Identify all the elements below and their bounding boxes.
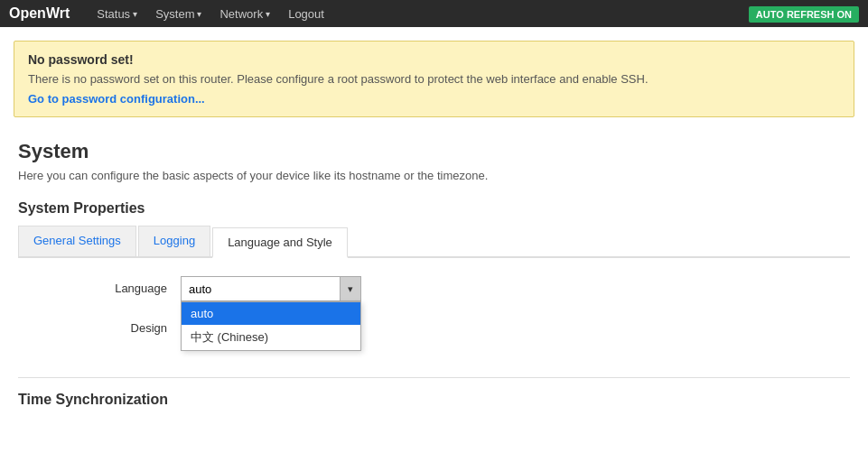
time-sync-title: Time Synchronization [18,392,850,408]
section-divider [18,377,850,378]
language-select-wrap: auto 中文 (Chinese) ▾ auto 中文 (Chinese) [181,276,361,301]
brand-logo[interactable]: OpenWrt [9,5,70,22]
nav-network-link[interactable]: Network ▾ [210,0,279,27]
main-content: System Here you can configure the basic … [0,131,868,426]
nav-system-arrow: ▾ [197,9,201,19]
tab-language-style-label: Language and Style [228,236,332,249]
auto-refresh-area: AUTO REFRESH ON [749,6,859,21]
tab-logging[interactable]: Logging [138,226,210,256]
nav-logout[interactable]: Logout [279,0,333,27]
auto-refresh-badge: AUTO REFRESH ON [749,6,859,23]
nav-status[interactable]: Status ▾ [88,0,146,27]
nav-status-link[interactable]: Status ▾ [88,0,146,27]
tab-language-style[interactable]: Language and Style [212,227,348,258]
navbar: OpenWrt Status ▾ System ▾ Network ▾ Logo… [0,0,868,27]
nav-logout-label: Logout [288,7,324,21]
dropdown-option-auto[interactable]: auto [182,302,360,325]
nav-logout-link[interactable]: Logout [279,0,333,27]
language-label: Language [18,276,181,295]
warning-link[interactable]: Go to password configuration... [28,92,205,106]
language-select[interactable]: auto 中文 (Chinese) [181,276,361,301]
language-row: Language auto 中文 (Chinese) ▾ auto 中文 (Ch… [18,276,850,301]
design-label: Design [18,316,181,335]
time-sync-section: Time Synchronization [18,377,850,408]
nav-system-link[interactable]: System ▾ [146,0,210,27]
design-row: Design Bootstrap ▾ [18,316,850,341]
system-properties-title: System Properties [18,200,850,217]
language-dropdown-list: auto 中文 (Chinese) [181,301,361,351]
tab-bar: General Settings Logging Language and St… [18,226,850,258]
nav-status-arrow: ▾ [133,9,137,19]
page-description: Here you can configure the basic aspects… [18,169,850,182]
nav-status-label: Status [97,7,130,21]
tab-general-settings-label: General Settings [33,234,121,247]
dropdown-option-zh[interactable]: 中文 (Chinese) [182,325,360,350]
nav-system-label: System [155,7,194,21]
warning-message: There is no password set on this router.… [28,72,840,86]
warning-title: No password set! [28,52,840,67]
nav-network-label: Network [219,7,263,21]
tab-general-settings[interactable]: General Settings [18,226,136,256]
tab-logging-label: Logging [154,234,195,247]
nav-system[interactable]: System ▾ [146,0,210,27]
page-title: System [18,140,850,163]
nav-network[interactable]: Network ▾ [210,0,279,27]
warning-box: No password set! There is no password se… [14,41,854,117]
nav-network-arrow: ▾ [266,9,270,19]
